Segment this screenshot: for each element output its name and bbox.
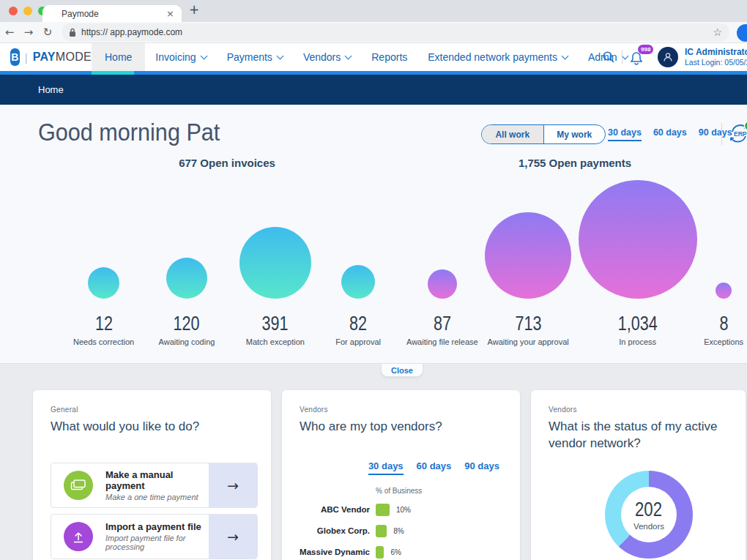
invoices-bubble-chart: 12 Needs correction 120 Awaiting coding …: [73, 178, 381, 346]
user-meta[interactable]: IC Administrator Last Login: 05/05/20: [685, 47, 747, 67]
check-badge: [745, 122, 747, 131]
chevron-down-icon: [561, 53, 568, 60]
lock-icon: [69, 28, 76, 37]
invoice-stat-for-approval[interactable]: 82 For approval: [335, 265, 381, 346]
logo-text-light: MODE: [56, 51, 92, 64]
chevron-down-icon: [200, 53, 207, 60]
invoice-stat-needs-correction[interactable]: 12 Needs correction: [73, 267, 134, 346]
stat-label: Awaiting your approval: [488, 337, 569, 346]
stat-label: Awaiting file release: [406, 337, 478, 346]
payment-stat-in-process[interactable]: 1,034 In process: [579, 180, 697, 346]
vendor-row[interactable]: Globex Corp. 8%: [300, 525, 502, 537]
logo-text-bold: PAY: [33, 51, 56, 64]
bubble[interactable]: [88, 267, 119, 299]
day-filter-30[interactable]: 30 days: [368, 460, 404, 475]
action-make-manual-payment[interactable]: Make a manual payment Make a one time pa…: [51, 463, 258, 508]
payments-bubble-chart: 87 Awaiting file release 713 Awaiting yo…: [406, 178, 743, 346]
browser-toolbar: ← → ↻ https:// app.paymode.com ☆: [0, 22, 747, 43]
url-text: https:// app.paymode.com: [81, 27, 713, 37]
day-filter-90[interactable]: 90 days: [464, 460, 499, 475]
bubble[interactable]: [579, 180, 697, 299]
donut-value: 202: [636, 499, 663, 521]
vendor-name: Massive Dynamic: [300, 548, 370, 556]
browser-tab-title: Paymode: [62, 9, 166, 19]
notifications-button[interactable]: 998: [629, 46, 651, 68]
browser-tab[interactable]: Paymode ×: [42, 5, 182, 22]
stat-label: Needs correction: [73, 337, 134, 346]
bubble[interactable]: [239, 227, 311, 299]
stat-value: 713: [515, 313, 541, 335]
stat-value: 120: [174, 313, 200, 335]
nav-item-reports[interactable]: Reports: [361, 43, 417, 71]
stat-value: 12: [95, 313, 113, 335]
vendor-name: Globex Corp.: [300, 526, 370, 535]
vendor-percent: 8%: [393, 527, 404, 535]
user-avatar[interactable]: [658, 47, 678, 67]
card-category: Vendors: [300, 406, 502, 414]
tab-close-icon[interactable]: ×: [166, 8, 174, 19]
window-controls[interactable]: [9, 7, 47, 15]
window-minimize-button[interactable]: [23, 7, 32, 15]
card-what-would-you-like-to-do: General What would you like to do? Make …: [33, 390, 271, 560]
day-filter-60[interactable]: 60 days: [417, 460, 452, 475]
nav-item-payments[interactable]: Payments: [217, 43, 293, 71]
donut-label: Vendors: [633, 522, 664, 531]
card-title: What is the status of my active vendor n…: [549, 419, 729, 452]
card-top-vendors: Vendors Who are my top vendors? 30 days …: [282, 390, 520, 560]
bubble[interactable]: [485, 212, 571, 299]
back-icon[interactable]: ←: [0, 26, 19, 39]
stat-label: For approval: [335, 337, 381, 346]
address-bar[interactable]: https:// app.paymode.com ☆: [62, 23, 729, 41]
vendor-bar: [376, 504, 390, 516]
stat-label: Match exception: [246, 337, 305, 346]
vendor-name: ABC Vendor: [300, 505, 370, 514]
nav-item-extended-network-payments[interactable]: Extended network payments: [417, 43, 578, 71]
search-icon[interactable]: [602, 51, 615, 64]
vendor-row[interactable]: Massive Dynamic 6%: [300, 546, 502, 559]
bubble[interactable]: [341, 265, 375, 299]
vendor-day-filters: 30 days 60 days 90 days: [300, 460, 499, 475]
close-button[interactable]: Close: [381, 364, 423, 377]
user-last-login: Last Login: 05/05/20: [685, 58, 747, 67]
paymode-logo[interactable]: B | PAYMODE: [0, 43, 92, 71]
invoice-stat-awaiting-coding[interactable]: 120 Awaiting coding: [159, 258, 215, 346]
payment-stat-awaiting-your-approval[interactable]: 713 Awaiting your approval: [485, 212, 571, 346]
nav-item-invoicing[interactable]: Invoicing: [145, 43, 216, 71]
breadcrumb[interactable]: Home: [38, 84, 64, 95]
window-close-button[interactable]: [9, 7, 18, 15]
bubble[interactable]: [428, 269, 457, 299]
app-navbar: B | PAYMODE Home Invoicing Payments Vend…: [0, 43, 747, 71]
payment-stat-awaiting-file-release[interactable]: 87 Awaiting file release: [406, 269, 478, 346]
vendor-row[interactable]: ABC Vendor 10%: [300, 504, 502, 516]
open-payments-group: 1,755 Open payments 87 Awaiting file rel…: [406, 105, 743, 364]
chevron-down-icon: [276, 53, 283, 60]
new-tab-button[interactable]: +: [189, 2, 199, 17]
logo-mark: B: [10, 48, 20, 66]
stat-value: 8: [719, 313, 728, 335]
invoice-stat-match-exception[interactable]: 391 Match exception: [239, 227, 311, 346]
open-payments-title: 1,755 Open payments: [406, 157, 743, 169]
reload-icon[interactable]: ↻: [38, 26, 57, 39]
breadcrumb-bar: Home: [0, 75, 747, 105]
bookmark-star-icon[interactable]: ☆: [713, 26, 722, 38]
action-title: Make a manual payment: [105, 469, 209, 491]
cash-icon: [64, 471, 93, 500]
vendor-network-donut-chart[interactable]: 202 Vendors: [605, 471, 693, 559]
action-arrow-button[interactable]: →: [209, 515, 257, 559]
bubble[interactable]: [166, 258, 207, 299]
action-title: Import a payment file: [105, 521, 209, 532]
chevron-down-icon: [345, 53, 352, 60]
action-subtitle: Import payment file for processing: [105, 534, 209, 551]
person-icon: [662, 51, 674, 63]
payment-stat-exceptions[interactable]: 8 Exceptions: [704, 283, 743, 346]
action-import-payment-file[interactable]: Import a payment file Import payment fil…: [51, 514, 258, 559]
forward-icon[interactable]: →: [19, 26, 38, 39]
arrow-right-icon: →: [227, 477, 239, 493]
action-arrow-button[interactable]: →: [209, 463, 257, 507]
card-vendor-network-status: Vendors What is the status of my active …: [531, 390, 746, 560]
nav-item-home[interactable]: Home: [92, 43, 145, 71]
nav-item-vendors[interactable]: Vendors: [293, 43, 361, 71]
arrow-right-icon: →: [227, 529, 239, 545]
bubble[interactable]: [716, 283, 732, 299]
nav-divider: [622, 50, 622, 64]
